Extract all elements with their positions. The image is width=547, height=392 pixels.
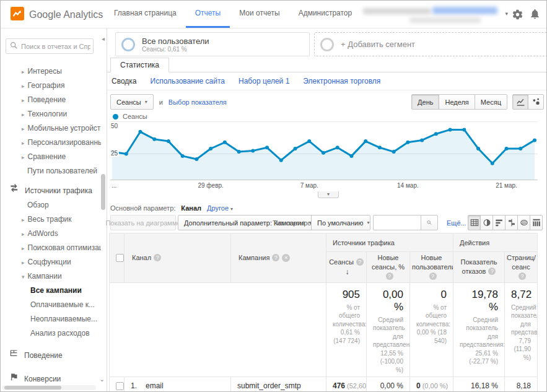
motion-chart-icon[interactable]: [528, 94, 544, 110]
redacted-property-text: [409, 17, 481, 23]
column-header-sessions[interactable]: Сеансы?↓: [326, 252, 367, 283]
table-search-button[interactable]: [421, 215, 438, 230]
help-icon[interactable]: ?: [272, 254, 279, 261]
triangle-right-icon: ▸: [22, 126, 25, 132]
segment-all-users[interactable]: Все пользователи Сеансы: 0,61 %: [115, 32, 310, 56]
help-icon[interactable]: ?: [519, 272, 526, 280]
report-subnav: Сводка Использование сайта Набор целей 1…: [112, 74, 380, 89]
google-analytics-window: Google Analytics Главная страница Отчеты…: [0, 0, 547, 392]
sidebar-item-all-campaigns[interactable]: Все кампании: [1, 284, 101, 298]
sessions-chart-svg: [110, 122, 538, 181]
more-link[interactable]: Ещё...: [447, 215, 466, 231]
segment-subtitle: Сеансы: 0,61 %: [142, 46, 209, 53]
account-selector[interactable]: [351, 6, 499, 24]
sidebar-vertical-scrollbar[interactable]: [101, 174, 105, 210]
sort-type-dropdown[interactable]: По умолчанию ▾: [311, 215, 370, 230]
account-chevron-down-icon[interactable]: ▾: [505, 11, 508, 17]
granularity-month-button[interactable]: Месяц: [475, 94, 507, 110]
sidebar-section-behavior[interactable]: Поведение: [1, 348, 101, 363]
primary-dimension-channel[interactable]: Канал: [181, 204, 201, 212]
plot-rows-button[interactable]: Показать на диаграмме: [110, 215, 176, 230]
sidebar-search-input[interactable]: [21, 43, 90, 50]
help-icon[interactable]: ?: [386, 272, 393, 280]
divider: [107, 90, 547, 90]
help-icon[interactable]: ?: [356, 258, 364, 266]
nav-home[interactable]: Главная страница: [105, 1, 186, 28]
sidebar-item-paid-keywords[interactable]: Оплачиваемые к...: [1, 298, 101, 312]
line-chart-icon[interactable]: [512, 94, 528, 110]
select-all-checkbox[interactable]: [116, 254, 124, 262]
primary-dimension-other[interactable]: Другое ▾: [207, 204, 233, 212]
triangle-right-icon: ▸: [22, 259, 25, 266]
nav-reports[interactable]: Отчеты: [186, 1, 230, 28]
sidebar-item-mobile[interactable]: ▸Мобильные устройства: [1, 121, 101, 136]
table-search-input[interactable]: [373, 215, 421, 230]
sidebar-item-benchmarking[interactable]: ▸Сравнение: [1, 150, 101, 164]
sidebar-horizontal-scrollbar-thumb[interactable]: [4, 386, 61, 390]
sidebar-item-cost-analysis[interactable]: Анализ расходов: [1, 326, 101, 341]
sidebar-item-seo[interactable]: ▸Поисковая оптимизация: [1, 241, 101, 255]
performance-bars-view-icon[interactable]: [492, 215, 505, 230]
help-icon[interactable]: ?: [154, 254, 161, 261]
legend-label: Сеансы: [123, 113, 147, 120]
sidebar-item-campaigns[interactable]: ▾Кампании: [1, 269, 101, 284]
subnav-summary[interactable]: Сводка: [112, 74, 137, 89]
sidebar-item-interests[interactable]: ▸Интересы: [1, 64, 101, 79]
sidebar-scroll-down-icon[interactable]: ⌄: [100, 376, 105, 383]
new-sessions-cell: 0,00 %: [367, 377, 410, 392]
add-segment-button[interactable]: + Добавить сегмент: [314, 32, 547, 56]
sidebar-item-organic-keywords[interactable]: Неоплачиваемые...: [1, 312, 101, 326]
column-header-new-users[interactable]: Новые пользователи ?: [410, 252, 453, 283]
sidebar-horizontal-scrollbar[interactable]: [2, 385, 96, 390]
metric-dropdown[interactable]: Сеансы ▾: [110, 94, 154, 110]
granularity-week-button[interactable]: Неделя: [439, 94, 475, 110]
sidebar-collapse-icon[interactable]: ◂: [102, 36, 105, 42]
sidebar-item-overview[interactable]: Обзор: [1, 198, 101, 212]
subnav-ecommerce[interactable]: Электронная торговля: [303, 74, 380, 89]
sidebar-item-behavior[interactable]: ▸Поведение: [1, 93, 101, 107]
sidebar-item-user-flow[interactable]: Пути пользователей: [1, 164, 101, 178]
sidebar-item-custom[interactable]: ▸Персонализированный: [1, 136, 101, 150]
sidebar-item-adwords[interactable]: ▸AdWords: [1, 227, 101, 241]
sidebar-item-all-traffic[interactable]: ▸Весь трафик: [1, 212, 101, 227]
column-header-channel[interactable]: Канал?: [125, 233, 231, 283]
search-icon: [10, 41, 18, 51]
sidebar-item-social[interactable]: ▸Соцфункции: [1, 255, 101, 269]
column-header-campaign[interactable]: Кампания?×: [231, 233, 326, 283]
chart-collapse-handle[interactable]: ▾: [318, 191, 339, 198]
column-header-pages-session[interactable]: Страниц/сеанс ?: [505, 252, 538, 283]
column-header-new-sessions[interactable]: Новые сеансы, %?: [367, 252, 410, 283]
sidebar-section-conversions[interactable]: Конверсии: [1, 372, 101, 386]
remove-dimension-icon[interactable]: ×: [282, 254, 290, 262]
y-axis-label: 25: [110, 150, 119, 157]
sidebar-item-geo[interactable]: ▸География: [1, 79, 101, 93]
comparison-view-icon[interactable]: [505, 215, 518, 230]
tab-statistics[interactable]: Статистика: [110, 58, 169, 72]
nav-my-reports[interactable]: Мои отчеты: [230, 1, 289, 28]
ga-logo[interactable]: Google Analytics: [11, 7, 103, 22]
summary-bounce: 19,78 % Средний показатель для представл…: [453, 282, 505, 377]
percentage-pie-view-icon[interactable]: [480, 215, 493, 230]
subnav-site-usage[interactable]: Использование сайта: [151, 74, 225, 89]
help-icon[interactable]: ?: [429, 272, 437, 280]
summary-new-sessions: 0,00 % Средний показатель для представле…: [367, 282, 410, 377]
table-toolbar: Показать на диаграмме Дополнительный пар…: [110, 215, 545, 232]
pivot-view-icon[interactable]: [530, 215, 543, 230]
select-metric-link[interactable]: Выбор показателя: [168, 98, 227, 106]
data-table-view-icon[interactable]: [468, 215, 481, 230]
row-checkbox[interactable]: [116, 382, 124, 390]
term-cloud-view-icon[interactable]: [517, 215, 530, 230]
sidebar-search[interactable]: [6, 38, 94, 54]
sidebar-item-technology[interactable]: ▸Технологии: [1, 107, 101, 121]
settings-gear-icon[interactable]: [512, 9, 524, 21]
column-header-bounce-rate[interactable]: Показатель отказов?: [453, 252, 505, 283]
help-icon[interactable]: ?: [488, 268, 496, 275]
subnav-goal-set[interactable]: Набор целей 1: [238, 74, 289, 89]
x-axis-labels: ...29 февр.7 мар.14 мар.21 мар.: [110, 182, 538, 190]
sidebar-section-acquisition[interactable]: Источники трафика: [1, 183, 101, 198]
triangle-right-icon: ▸: [22, 217, 25, 223]
granularity-day-button[interactable]: День: [411, 94, 439, 110]
summary-new-users: 0 % от общего количества: 0,00 % (18 540…: [410, 282, 453, 377]
notifications-bell-icon[interactable]: [529, 8, 541, 20]
primary-dimension-label: Основной параметр:: [110, 204, 175, 212]
